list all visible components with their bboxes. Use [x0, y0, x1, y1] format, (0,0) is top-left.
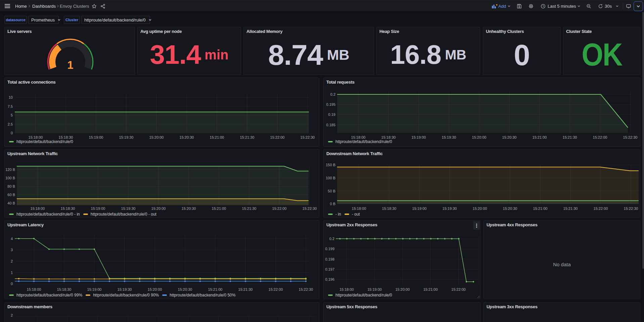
svg-text:15:19:30: 15:19:30: [118, 287, 132, 291]
svg-text:15:21:00: 15:21:00: [423, 287, 438, 291]
svg-text:15:21:30: 15:21:30: [563, 206, 578, 211]
svg-text:15:20:00: 15:20:00: [149, 135, 164, 139]
svg-text:15:18:00: 15:18:00: [351, 135, 366, 139]
svg-text:0: 0: [11, 282, 13, 286]
svg-text:4: 4: [11, 237, 13, 241]
svg-text:40 B: 40 B: [7, 201, 15, 205]
svg-text:15:22:00: 15:22:00: [270, 135, 285, 139]
svg-text:15:22:30: 15:22:30: [623, 135, 638, 139]
svg-text:0.19: 0.19: [328, 112, 335, 117]
svg-text:15:21:00: 15:21:00: [210, 135, 224, 139]
svg-text:15:19:00: 15:19:00: [89, 135, 103, 139]
svg-text:15:21:30: 15:21:30: [238, 287, 253, 291]
svg-text:15:19:00: 15:19:00: [367, 287, 382, 291]
svg-text:15:19:00: 15:19:00: [412, 206, 427, 211]
svg-text:1: 1: [11, 271, 13, 275]
svg-text:15:21:00: 15:21:00: [212, 206, 226, 211]
svg-text:15:18:30: 15:18:30: [382, 206, 397, 211]
svg-text:15:20:30: 15:20:30: [178, 287, 192, 291]
svg-text:15:21:00: 15:21:00: [208, 287, 223, 291]
svg-text:15:20:00: 15:20:00: [473, 206, 487, 211]
svg-text:100 B: 100 B: [326, 176, 335, 180]
svg-text:0.185: 0.185: [326, 123, 335, 127]
svg-text:15:20:00: 15:20:00: [472, 135, 487, 139]
svg-text:15:19:30: 15:19:30: [443, 206, 457, 211]
svg-text:15:19:00: 15:19:00: [91, 206, 105, 211]
svg-text:15:20:00: 15:20:00: [395, 287, 410, 291]
svg-text:15:22:30: 15:22:30: [299, 287, 313, 291]
svg-text:15:20:30: 15:20:30: [502, 135, 517, 139]
svg-text:15:22:00: 15:22:00: [272, 206, 287, 211]
svg-text:15:20:00: 15:20:00: [151, 206, 166, 211]
svg-text:15:18:30: 15:18:30: [381, 135, 396, 139]
svg-text:1: 1: [67, 59, 73, 71]
svg-text:15:18:30: 15:18:30: [57, 287, 72, 291]
svg-text:15:19:00: 15:19:00: [87, 287, 102, 291]
svg-text:150 B: 150 B: [326, 163, 335, 167]
svg-text:15:21:30: 15:21:30: [563, 135, 577, 139]
svg-text:80 B: 80 B: [7, 184, 15, 188]
svg-text:5: 5: [11, 113, 13, 117]
svg-text:2: 2: [11, 313, 13, 317]
svg-text:100 B: 100 B: [5, 176, 15, 180]
svg-text:15:22:00: 15:22:00: [593, 135, 607, 139]
svg-text:2: 2: [11, 259, 13, 263]
svg-text:15:18:00: 15:18:00: [29, 135, 43, 139]
svg-text:60 B: 60 B: [7, 193, 15, 197]
svg-text:15:19:30: 15:19:30: [119, 135, 134, 139]
svg-text:3: 3: [11, 248, 13, 252]
svg-text:15:18:00: 15:18:00: [339, 287, 354, 291]
svg-text:0.2: 0.2: [330, 92, 335, 96]
svg-text:7.5: 7.5: [8, 104, 13, 108]
svg-text:15:22:00: 15:22:00: [594, 206, 608, 211]
svg-text:10: 10: [9, 95, 13, 99]
svg-text:0.198: 0.198: [325, 257, 334, 261]
svg-text:0.2: 0.2: [329, 237, 334, 241]
svg-text:15:19:00: 15:19:00: [412, 135, 426, 139]
svg-text:15:18:00: 15:18:00: [352, 206, 366, 211]
svg-text:15:22:00: 15:22:00: [451, 287, 466, 291]
svg-text:15:20:30: 15:20:30: [182, 206, 196, 211]
svg-text:0.195: 0.195: [326, 102, 335, 106]
svg-text:15:20:00: 15:20:00: [148, 287, 162, 291]
svg-text:15:22:30: 15:22:30: [301, 135, 315, 139]
svg-text:15:18:30: 15:18:30: [61, 206, 75, 211]
svg-text:0.196: 0.196: [325, 277, 334, 281]
svg-text:15:21:30: 15:21:30: [240, 135, 255, 139]
svg-text:15:22:30: 15:22:30: [624, 206, 638, 211]
svg-text:15:20:30: 15:20:30: [180, 135, 194, 139]
svg-text:0 B: 0 B: [330, 202, 335, 206]
svg-text:15:21:00: 15:21:00: [533, 135, 547, 139]
svg-text:15:18:30: 15:18:30: [59, 135, 73, 139]
svg-text:2.5: 2.5: [8, 122, 13, 126]
svg-text:15:18:00: 15:18:00: [31, 206, 45, 211]
svg-text:50 B: 50 B: [328, 189, 335, 193]
svg-text:120 B: 120 B: [5, 168, 15, 172]
svg-text:15:21:30: 15:21:30: [242, 206, 257, 211]
svg-text:15:20:30: 15:20:30: [503, 206, 517, 211]
svg-text:0.197: 0.197: [325, 267, 334, 271]
svg-text:15:22:00: 15:22:00: [269, 287, 283, 291]
svg-text:15:21:00: 15:21:00: [533, 206, 548, 211]
svg-text:0: 0: [11, 131, 13, 135]
svg-text:15:19:30: 15:19:30: [121, 206, 136, 211]
svg-text:15:19:30: 15:19:30: [442, 135, 456, 139]
svg-text:15:18:00: 15:18:00: [27, 287, 41, 291]
svg-text:0.199: 0.199: [325, 247, 334, 251]
svg-text:15:22:30: 15:22:30: [303, 206, 317, 211]
